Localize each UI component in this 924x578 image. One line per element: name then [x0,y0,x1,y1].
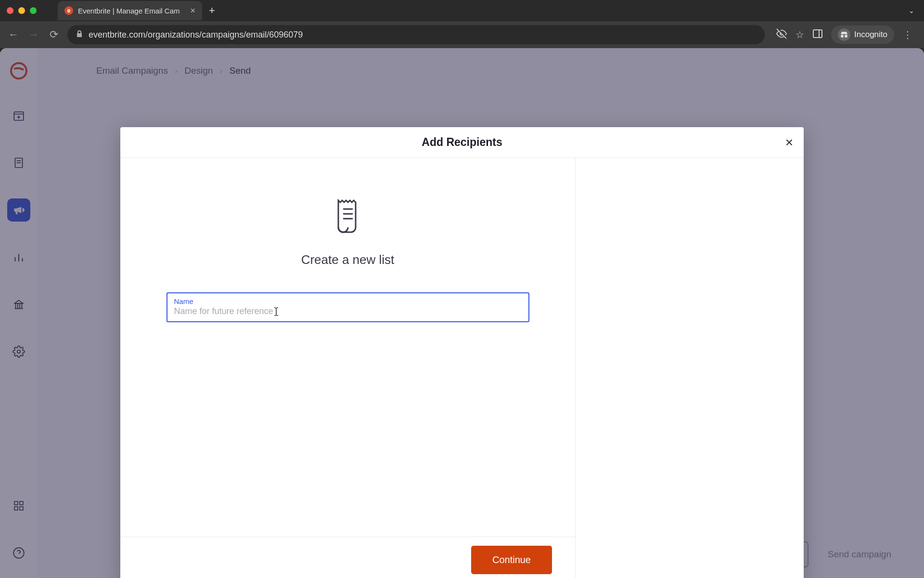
modal-close-button[interactable]: × [785,136,793,149]
tabs-dropdown-icon[interactable]: ⌄ [909,7,914,14]
new-tab-button[interactable]: + [209,4,215,17]
browser-tabs-row: e Eventbrite | Manage Email Cam × + [0,0,215,21]
browser-tab[interactable]: e Eventbrite | Manage Email Cam × [58,1,202,20]
name-input[interactable] [174,306,522,316]
modal-header: Add Recipients × [120,127,804,158]
add-recipients-modal: Add Recipients × Create a new list [120,127,804,578]
name-field-label: Name [174,297,522,305]
address-bar[interactable]: eventbrite.com/organizations/campaigns/e… [67,25,765,44]
modal-title: Add Recipients [422,136,502,149]
incognito-indicator[interactable]: Incognito [831,26,894,44]
modal-content: Create a new list Name [120,158,575,537]
svg-rect-0 [813,30,822,38]
eventbrite-favicon-icon: e [64,6,73,15]
modal-heading: Create a new list [301,252,395,267]
page-area: Email Campaigns › Design › Send Save dra… [0,48,924,578]
list-scroll-icon [331,197,365,235]
panel-icon[interactable] [813,29,822,40]
modal-left-panel: Create a new list Name Continue [120,158,576,578]
incognito-label: Incognito [854,30,887,39]
tab-close-icon[interactable]: × [190,6,195,16]
continue-button[interactable]: Continue [471,546,552,574]
tab-title: Eventbrite | Manage Email Cam [78,7,185,15]
browser-chrome: e Eventbrite | Manage Email Cam × + ⌄ ← … [0,0,924,48]
incognito-icon [838,28,850,41]
menu-icon[interactable]: ⋮ [903,29,912,40]
url-text: eventbrite.com/organizations/campaigns/e… [89,30,303,40]
modal-right-panel [576,158,804,578]
lock-icon [76,30,83,39]
star-icon[interactable]: ☆ [796,29,804,40]
browser-toolbar: ← → ⟳ eventbrite.com/organizations/campa… [0,21,924,48]
name-field-wrapper[interactable]: Name [167,292,529,322]
svg-point-2 [841,35,844,38]
eye-off-icon[interactable] [776,28,787,41]
modal-body: Create a new list Name Continue [120,158,804,578]
svg-point-3 [845,35,847,38]
modal-footer: Continue [120,537,575,578]
forward-button[interactable]: → [27,28,40,41]
browser-right-icons: ☆ Incognito ⋮ [771,26,917,44]
reload-button[interactable]: ⟳ [47,28,61,41]
back-button[interactable]: ← [7,28,20,41]
